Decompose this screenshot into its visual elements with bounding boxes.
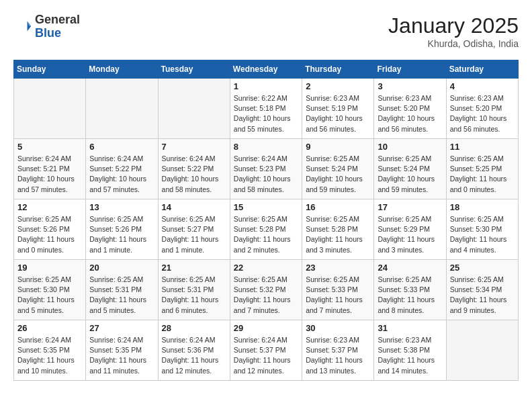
calendar-cell: 9Sunrise: 6:25 AMSunset: 5:24 PMDaylight… — [302, 139, 374, 199]
calendar-cell: 4Sunrise: 6:23 AMSunset: 5:20 PMDaylight… — [446, 79, 518, 139]
day-info: Sunrise: 6:23 AMSunset: 5:20 PMDaylight:… — [378, 93, 442, 134]
calendar-cell — [158, 79, 230, 139]
day-number: 20 — [89, 263, 154, 273]
day-number: 15 — [234, 202, 298, 212]
calendar-cell: 18Sunrise: 6:25 AMSunset: 5:30 PMDayligh… — [446, 199, 518, 260]
week-row-2: 5Sunrise: 6:24 AMSunset: 5:21 PMDaylight… — [14, 139, 519, 199]
day-info: Sunrise: 6:25 AMSunset: 5:29 PMDaylight:… — [378, 214, 442, 255]
calendar-cell — [14, 79, 86, 139]
day-number: 27 — [89, 323, 154, 333]
day-number: 31 — [378, 323, 442, 333]
day-header-monday: Monday — [86, 60, 158, 79]
calendar-cell: 5Sunrise: 6:24 AMSunset: 5:21 PMDaylight… — [14, 139, 86, 199]
day-info: Sunrise: 6:24 AMSunset: 5:36 PMDaylight:… — [162, 335, 226, 376]
day-number: 28 — [162, 323, 226, 333]
calendar-cell: 11Sunrise: 6:25 AMSunset: 5:25 PMDayligh… — [446, 139, 518, 199]
day-info: Sunrise: 6:22 AMSunset: 5:18 PMDaylight:… — [234, 93, 298, 134]
calendar-cell: 2Sunrise: 6:23 AMSunset: 5:19 PMDaylight… — [302, 79, 374, 139]
day-info: Sunrise: 6:25 AMSunset: 5:32 PMDaylight:… — [234, 275, 298, 316]
calendar-cell: 6Sunrise: 6:24 AMSunset: 5:22 PMDaylight… — [86, 139, 158, 199]
logo-icon — [13, 17, 32, 36]
calendar-cell: 25Sunrise: 6:25 AMSunset: 5:34 PMDayligh… — [446, 260, 518, 320]
day-number: 24 — [378, 263, 442, 273]
day-info: Sunrise: 6:25 AMSunset: 5:28 PMDaylight:… — [306, 214, 370, 255]
day-number: 3 — [378, 81, 442, 91]
day-number: 6 — [89, 142, 154, 152]
day-number: 13 — [89, 202, 154, 212]
title-block: January 2025 Khurda, Odisha, India — [388, 13, 519, 49]
day-number: 18 — [450, 202, 515, 212]
day-info: Sunrise: 6:24 AMSunset: 5:35 PMDaylight:… — [17, 335, 82, 376]
calendar-table: SundayMondayTuesdayWednesdayThursdayFrid… — [13, 60, 519, 381]
day-info: Sunrise: 6:24 AMSunset: 5:35 PMDaylight:… — [89, 335, 154, 376]
day-number: 21 — [162, 263, 226, 273]
calendar-cell: 8Sunrise: 6:24 AMSunset: 5:23 PMDaylight… — [230, 139, 302, 199]
calendar-cell: 1Sunrise: 6:22 AMSunset: 5:18 PMDaylight… — [230, 79, 302, 139]
calendar-cell: 23Sunrise: 6:25 AMSunset: 5:33 PMDayligh… — [302, 260, 374, 320]
day-info: Sunrise: 6:25 AMSunset: 5:30 PMDaylight:… — [450, 214, 515, 255]
week-row-3: 12Sunrise: 6:25 AMSunset: 5:26 PMDayligh… — [14, 199, 519, 260]
day-number: 19 — [17, 263, 82, 273]
day-header-sunday: Sunday — [14, 60, 86, 79]
day-number: 30 — [306, 323, 370, 333]
day-info: Sunrise: 6:25 AMSunset: 5:26 PMDaylight:… — [17, 214, 82, 255]
day-info: Sunrise: 6:23 AMSunset: 5:19 PMDaylight:… — [306, 93, 370, 134]
calendar-cell: 21Sunrise: 6:25 AMSunset: 5:31 PMDayligh… — [158, 260, 230, 320]
calendar-cell: 7Sunrise: 6:24 AMSunset: 5:22 PMDaylight… — [158, 139, 230, 199]
week-row-5: 26Sunrise: 6:24 AMSunset: 5:35 PMDayligh… — [14, 320, 519, 381]
day-info: Sunrise: 6:24 AMSunset: 5:37 PMDaylight:… — [234, 335, 298, 376]
day-number: 23 — [306, 263, 370, 273]
logo-general: General — [35, 13, 80, 27]
day-info: Sunrise: 6:24 AMSunset: 5:23 PMDaylight:… — [234, 154, 298, 195]
page-header: General Blue January 2025 Khurda, Odisha… — [13, 13, 519, 49]
week-row-4: 19Sunrise: 6:25 AMSunset: 5:30 PMDayligh… — [14, 260, 519, 320]
day-info: Sunrise: 6:25 AMSunset: 5:34 PMDaylight:… — [450, 275, 515, 316]
day-info: Sunrise: 6:23 AMSunset: 5:37 PMDaylight:… — [306, 335, 370, 376]
day-number: 5 — [17, 142, 82, 152]
location-subtitle: Khurda, Odisha, India — [388, 38, 519, 49]
calendar-cell: 16Sunrise: 6:25 AMSunset: 5:28 PMDayligh… — [302, 199, 374, 260]
day-number: 25 — [450, 263, 515, 273]
calendar-header: SundayMondayTuesdayWednesdayThursdayFrid… — [14, 60, 519, 79]
calendar-cell: 14Sunrise: 6:25 AMSunset: 5:27 PMDayligh… — [158, 199, 230, 260]
day-number: 29 — [234, 323, 298, 333]
day-number: 17 — [378, 202, 442, 212]
day-info: Sunrise: 6:25 AMSunset: 5:31 PMDaylight:… — [162, 275, 226, 316]
day-info: Sunrise: 6:25 AMSunset: 5:24 PMDaylight:… — [306, 154, 370, 195]
day-number: 9 — [306, 142, 370, 152]
day-info: Sunrise: 6:23 AMSunset: 5:20 PMDaylight:… — [450, 93, 515, 134]
day-header-tuesday: Tuesday — [158, 60, 230, 79]
week-row-1: 1Sunrise: 6:22 AMSunset: 5:18 PMDaylight… — [14, 79, 519, 139]
day-header-wednesday: Wednesday — [230, 60, 302, 79]
day-header-thursday: Thursday — [302, 60, 374, 79]
days-of-week-row: SundayMondayTuesdayWednesdayThursdayFrid… — [14, 60, 519, 79]
day-number: 7 — [162, 142, 226, 152]
day-number: 8 — [234, 142, 298, 152]
day-number: 1 — [234, 81, 298, 91]
calendar-cell: 22Sunrise: 6:25 AMSunset: 5:32 PMDayligh… — [230, 260, 302, 320]
calendar-cell: 24Sunrise: 6:25 AMSunset: 5:33 PMDayligh… — [374, 260, 446, 320]
day-number: 11 — [450, 142, 515, 152]
day-number: 22 — [234, 263, 298, 273]
calendar-cell: 20Sunrise: 6:25 AMSunset: 5:31 PMDayligh… — [86, 260, 158, 320]
day-info: Sunrise: 6:24 AMSunset: 5:21 PMDaylight:… — [17, 154, 82, 195]
day-number: 26 — [17, 323, 82, 333]
day-number: 12 — [17, 202, 82, 212]
day-info: Sunrise: 6:24 AMSunset: 5:22 PMDaylight:… — [89, 154, 154, 195]
day-info: Sunrise: 6:25 AMSunset: 5:33 PMDaylight:… — [306, 275, 370, 316]
calendar-cell: 31Sunrise: 6:23 AMSunset: 5:38 PMDayligh… — [374, 320, 446, 381]
calendar-body: 1Sunrise: 6:22 AMSunset: 5:18 PMDaylight… — [14, 79, 519, 381]
calendar-cell: 19Sunrise: 6:25 AMSunset: 5:30 PMDayligh… — [14, 260, 86, 320]
calendar-cell: 30Sunrise: 6:23 AMSunset: 5:37 PMDayligh… — [302, 320, 374, 381]
day-info: Sunrise: 6:24 AMSunset: 5:22 PMDaylight:… — [162, 154, 226, 195]
calendar-cell: 28Sunrise: 6:24 AMSunset: 5:36 PMDayligh… — [158, 320, 230, 381]
day-info: Sunrise: 6:25 AMSunset: 5:24 PMDaylight:… — [378, 154, 442, 195]
calendar-cell: 29Sunrise: 6:24 AMSunset: 5:37 PMDayligh… — [230, 320, 302, 381]
logo: General Blue — [13, 13, 80, 40]
day-info: Sunrise: 6:25 AMSunset: 5:28 PMDaylight:… — [234, 214, 298, 255]
calendar-cell: 26Sunrise: 6:24 AMSunset: 5:35 PMDayligh… — [14, 320, 86, 381]
calendar-cell: 12Sunrise: 6:25 AMSunset: 5:26 PMDayligh… — [14, 199, 86, 260]
calendar-cell: 13Sunrise: 6:25 AMSunset: 5:26 PMDayligh… — [86, 199, 158, 260]
day-info: Sunrise: 6:25 AMSunset: 5:33 PMDaylight:… — [378, 275, 442, 316]
day-info: Sunrise: 6:25 AMSunset: 5:26 PMDaylight:… — [89, 214, 154, 255]
